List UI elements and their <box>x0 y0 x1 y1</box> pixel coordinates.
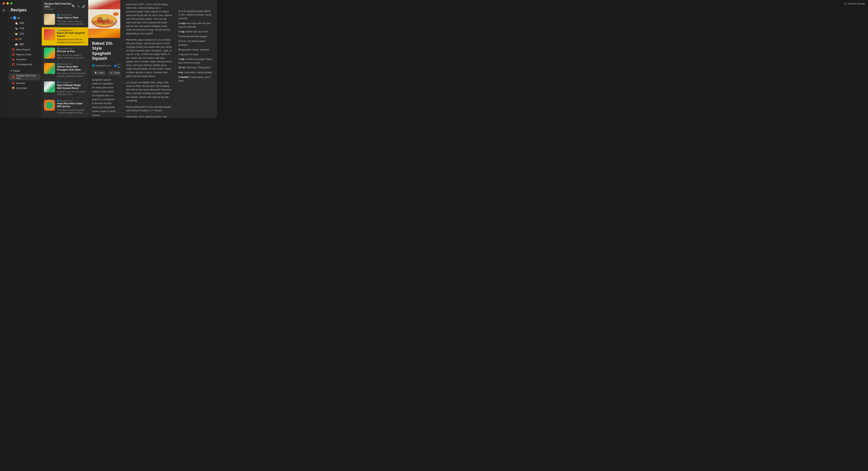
minimize-button[interactable] <box>6 2 9 5</box>
groceries-label: Groceries <box>16 87 27 90</box>
rss-feed-label: Recipes RSS Feed Nov... <box>16 74 37 80</box>
article-actions: 🍳 Cook 🛒 Groceries 📋 Adjust <box>92 70 117 75</box>
sidebar-item-beef[interactable]: 🐄 牛肉 <box>9 26 40 31</box>
ingredient-8: ¼ tsp. crushed red pepper flakes, plus m… <box>179 58 214 65</box>
feed-item-thumb-baked-ziti <box>44 29 55 40</box>
feed-item-title-asian-pear: Asian Pear-Shiso Salad With Quinoa <box>57 102 86 108</box>
ingredient-9: 1½ oz. Parmesan, finely grated <box>179 66 214 69</box>
feed-panel: Recipes RSS Feed Nov 2021 15 recipes 🔍 ↻… <box>42 0 88 118</box>
feed-title: Recipes RSS Feed Nov 2021 <box>44 2 72 8</box>
favorites-label: Favorites <box>16 58 26 61</box>
groceries-button[interactable]: 🛒 Groceries <box>108 70 120 75</box>
article-image <box>88 0 120 38</box>
sidebar-item-uncategorized[interactable]: ⭕ Uncategorized <box>9 62 40 67</box>
feed-item-excerpt-diri-kole: Epic, the punchy, peppery Haitian season… <box>57 54 86 59</box>
ingredient-4: Freshly ground black pepper <box>179 35 214 38</box>
article-source: 🌐 bonappetit.com <box>92 64 111 67</box>
groceries-btn-icon: 🛒 <box>110 71 113 74</box>
feed-item-excerpt-napa-cabbage: Iceberg's reign over the wedge salad sto… <box>57 90 86 96</box>
article-title: Baked Ziti-Style Spaghetti Squash <box>92 41 117 61</box>
instruction-step-5: Heat broiler. Broil, watching closely, u… <box>123 115 172 118</box>
feed-item-salmon-tacos[interactable]: 🌐 bonappetit.com Salmon Tacos With Pinea… <box>42 61 88 80</box>
feed-item-mbahal[interactable]: 🌐 bonappetit.com Mbahal This creamy Sene… <box>42 116 88 118</box>
beef-label: 牛肉 <box>19 27 24 30</box>
most-recent-icon: ⭕ <box>12 48 15 51</box>
maximize-button[interactable] <box>10 2 12 5</box>
sidebar-item-shrimp[interactable]: 🦐 虾 <box>9 37 40 41</box>
sidebar-item-rss-feed[interactable]: ⭕ Recipes RSS Feed Nov... <box>9 73 40 81</box>
feed-item-vegan-cacio[interactable]: 🌐 bonappetit.com Vegan Cacio e Pepe This… <box>42 12 88 27</box>
feed-item-title-baked-ziti: Baked Ziti-Style Spaghetti Squash <box>57 32 86 37</box>
pork-icon: 🐖 <box>15 43 18 46</box>
instruction-step-1: Heat oven to 425°. Line a rimmed baking … <box>123 3 172 35</box>
source-icon-diri-kole: 🌐 <box>57 48 59 50</box>
rss-feed-icon: ⭕ <box>12 75 15 78</box>
feed-item-source-asian-pear: 🌐 bonappetit.com <box>57 100 86 102</box>
feed-item-title-salmon-tacos: Salmon Tacos With Pineapple-Chile Salsa <box>57 65 86 71</box>
instruction-step-2: Meanwhile, place tomatoes in a 3-qt. bak… <box>123 38 172 78</box>
sidebar-item-favorites[interactable]: 🔖 Favorites <box>9 57 40 62</box>
feed-item-content-baked-ziti: 🌐 bonappetit.com Baked Ziti-Style Spaghe… <box>57 29 86 43</box>
article-source-icon: 🌐 <box>92 64 95 67</box>
salad-label: 沙拉 <box>19 32 24 35</box>
feeds-label: Feeds <box>13 69 20 72</box>
feed-item-source-napa-cabbage: 🌐 bonappetit.com <box>57 81 86 84</box>
audio-icon[interactable]: 🔊 <box>82 5 86 8</box>
article-meta: 🌐 bonappetit.com 👥 4–6 servings <box>92 63 117 68</box>
close-button[interactable] <box>3 2 5 5</box>
sidebar-toggle-icon[interactable] <box>1 8 6 13</box>
feed-item-excerpt-vegan-cacio: This vegan cacio e pepe is everything we… <box>57 20 86 25</box>
feed-item-excerpt-asian-pear: This layered salad is a garden of textur… <box>57 108 86 114</box>
feed-item-napa-cabbage[interactable]: 🌐 bonappetit.com Napa Cabbage Wedge With… <box>42 80 88 98</box>
sidebar-item-groceries[interactable]: 📦 Groceries <box>9 86 40 90</box>
feed-item-source-baked-ziti: 🌐 bonappetit.com <box>57 29 86 31</box>
shrimp-label: 虾 <box>19 37 22 41</box>
article-food-photo <box>88 0 120 38</box>
search-icon[interactable]: 🔍 <box>72 5 75 8</box>
browser-label: Browser <box>16 82 25 85</box>
ingredients-panel: 1 small spaghetti squash (about 2½ lb.),… <box>175 0 217 118</box>
feed-item-diri-kole[interactable]: 🌐 bonappetit.com Diri Kole ak Pwa Epic, … <box>42 46 88 61</box>
sidebar-item-chicken[interactable]: 🐔 鸡肉 <box>9 21 40 26</box>
browser-icon: ⭕ <box>12 82 15 85</box>
all-section-header[interactable]: ▾ ≡ All <box>8 15 42 21</box>
svg-rect-1 <box>2 10 5 10</box>
uncategorized-icon: ⭕ <box>12 63 15 66</box>
sidebar-item-browser[interactable]: ⭕ Browser <box>9 81 40 85</box>
want-to-cook-label: Want to Cook <box>16 53 31 56</box>
sidebar-item-salad[interactable]: 🥗 沙拉 <box>9 31 40 36</box>
chicken-icon: 🐔 <box>15 22 18 25</box>
want-to-cook-icon: ⭕ <box>12 53 15 56</box>
ingredient-7: A big pinch of sugar <box>179 53 214 56</box>
article-servings: 👥 4–6 servings <box>114 63 120 68</box>
refresh-icon[interactable]: ↻ <box>78 5 80 8</box>
ingredient-5: 1 28-oz. can whole peeled tomatoes <box>179 39 214 46</box>
feed-item-source-salmon-tacos: 🌐 bonappetit.com <box>57 63 86 65</box>
servings-icon: 👥 <box>114 64 117 67</box>
feed-item-baked-ziti[interactable]: 🌐 bonappetit.com Baked Ziti-Style Spaghe… <box>42 27 88 46</box>
svg-rect-0 <box>2 9 5 9</box>
feed-item-content-diri-kole: 🌐 bonappetit.com Diri Kole ak Pwa Epic, … <box>57 48 86 59</box>
chicken-label: 鸡肉 <box>19 22 24 25</box>
cook-button[interactable]: 🍳 Cook <box>92 70 106 75</box>
feed-item-content-vegan-cacio: 🌐 bonappetit.com Vegan Cacio e Pepe This… <box>57 14 86 25</box>
sidebar-item-pork[interactable]: 🐖 猪肉 <box>9 42 40 47</box>
app-title: Recipes <box>8 8 42 15</box>
beef-icon: 🐄 <box>15 27 18 30</box>
shrimp-icon: 🦐 <box>15 37 18 40</box>
ingredient-6: 4 large garlic cloves, smashed <box>179 48 214 52</box>
article-summary: Spaghetti squash sheds its reputation fo… <box>92 78 117 117</box>
feed-item-thumb-asian-pear <box>44 100 55 111</box>
feed-item-title-diri-kole: Diri Kole ak Pwa <box>57 50 86 53</box>
source-icon-asian-pear: 🌐 <box>57 100 59 102</box>
feed-list: 🌐 bonappetit.com Vegan Cacio e Pepe This… <box>42 12 88 118</box>
feed-item-asian-pear[interactable]: 🌐 bonappetit.com Asian Pear-Shiso Salad … <box>42 98 88 116</box>
sidebar-item-most-recent[interactable]: ⭕ Most Recent <box>9 47 40 52</box>
pork-label: 猪肉 <box>19 43 24 46</box>
article-body: Baked Ziti-Style Spaghetti Squash 🌐 bona… <box>88 38 120 118</box>
feeds-section-header[interactable]: ▾ Feeds <box>8 68 42 73</box>
feed-header-actions: 🔍 ↻ 🔊 <box>72 5 86 8</box>
favorites-icon: 🔖 <box>12 58 15 61</box>
sidebar-item-want-to-cook[interactable]: ⭕ Want to Cook <box>9 52 40 57</box>
feed-item-source-diri-kole: 🌐 bonappetit.com <box>57 48 86 50</box>
